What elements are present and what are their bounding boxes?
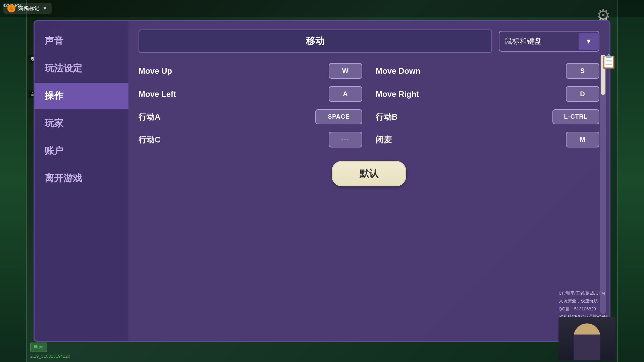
sidebar-item-gameplay[interactable]: 玩法设定 [35, 55, 128, 81]
sidebar-item-player[interactable]: 玩家 [35, 110, 128, 136]
keybind-label-action-a: 行动A [139, 112, 160, 122]
keybind-btn-move-up[interactable]: W [329, 63, 362, 79]
keybind-btn-action-a[interactable]: SPACE [315, 109, 362, 124]
keybind-btn-move-right[interactable]: D [566, 86, 599, 102]
keybind-row-move-left: Move Left A [139, 86, 362, 102]
content-area: 移动 鼠标和键盘 ▼ Move Up W Move Down [128, 21, 609, 341]
sidebar-item-sound[interactable]: 声音 [35, 28, 128, 54]
right-frame [617, 0, 644, 362]
keybind-label-mic-mute: 闭麦 [376, 134, 392, 145]
app-dropdown-arrow[interactable]: ▼ [42, 5, 48, 11]
right-info-line-1: CF/和平/王者/逆战/CFM [559, 289, 614, 297]
logo-icon: 🦆 [7, 4, 15, 12]
settings-modal: 声音 玩法设定 操作 玩家 账户 离开游戏 移动 鼠标和键盘 ▼ [34, 20, 610, 342]
keybind-btn-move-left[interactable]: A [329, 86, 362, 102]
right-info-line-3: QQ群：513106823 [559, 305, 614, 313]
cam-silhouette [574, 323, 600, 360]
category-button[interactable]: 移动 [139, 29, 492, 53]
keybind-label-action-c: 行动C [139, 134, 160, 145]
default-btn-container: 默认 [139, 161, 599, 186]
right-info-line-2: 入坑安全，极速玩坑 [559, 297, 614, 305]
app-name: 鹅鸭标记 [18, 5, 40, 12]
keybind-btn-action-c[interactable]: ··· [329, 132, 362, 147]
keybind-row-action-a: 行动A SPACE [139, 109, 362, 124]
keybind-row-move-right: Move Right D [376, 86, 599, 102]
keybind-label-move-down: Move Down [376, 66, 420, 76]
keybind-row-action-b: 行动B L-CTRL [376, 109, 599, 124]
keybind-label-action-b: 行动B [376, 112, 397, 122]
version-text: 2.19_310323194120 [30, 354, 70, 359]
keybind-row-move-up: Move Up W [139, 63, 362, 79]
keybind-label-move-right: Move Right [376, 89, 419, 99]
keybind-row-action-c: 行动C ··· [139, 132, 362, 147]
sidebar: 声音 玩法设定 操作 玩家 账户 离开游戏 [35, 21, 128, 341]
default-button[interactable]: 默认 [332, 161, 406, 186]
app-logo[interactable]: 🦆 鹅鸭标记 ▼ [3, 3, 52, 14]
chat-button[interactable]: 明天 [30, 343, 47, 352]
book-icon[interactable]: 📋 [600, 54, 617, 69]
keybind-row-move-down: Move Down S [376, 63, 599, 79]
keybind-btn-action-b[interactable]: L-CTRL [552, 109, 599, 124]
keybind-label-move-up: Move Up [139, 66, 172, 76]
sidebar-item-account[interactable]: 账户 [35, 138, 128, 164]
input-mode-dropdown-arrow[interactable]: ▼ [579, 33, 599, 50]
top-bar: 🦆 鹅鸭标记 ▼ [0, 0, 644, 17]
input-mode-select[interactable]: 鼠标和键盘 ▼ [499, 31, 599, 52]
input-mode-label: 鼠标和键盘 [499, 32, 579, 51]
keybind-label-move-left: Move Left [139, 89, 176, 99]
keybind-row-mic-mute: 闭麦 M [376, 132, 599, 147]
sidebar-item-quit[interactable]: 离开游戏 [35, 165, 128, 191]
sidebar-item-controls[interactable]: 操作 [35, 83, 128, 109]
keybindings-grid: Move Up W Move Down S Move Left A [139, 60, 599, 151]
keybind-btn-move-down[interactable]: S [566, 63, 599, 79]
left-frame [0, 0, 27, 362]
scrollbar-track[interactable] [600, 55, 606, 314]
camera-view [558, 317, 615, 360]
top-controls: 移动 鼠标和键盘 ▼ [139, 29, 599, 53]
camera-person [558, 317, 615, 360]
keybind-btn-mic-mute[interactable]: M [566, 132, 599, 147]
